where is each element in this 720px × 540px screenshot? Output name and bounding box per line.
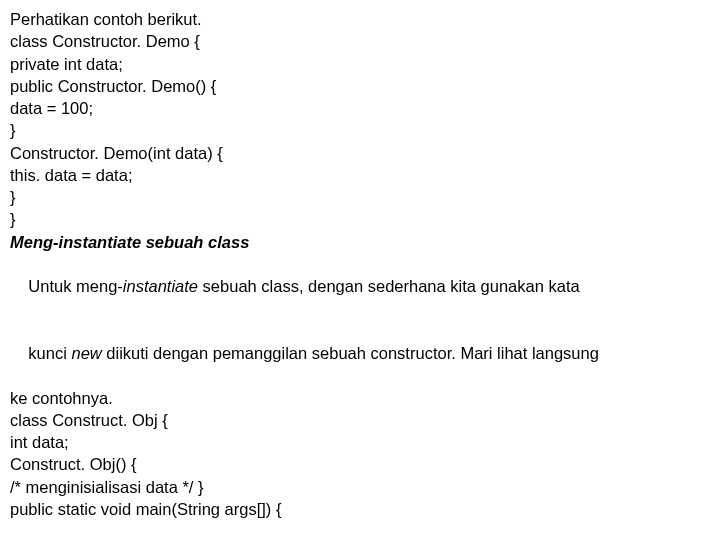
paragraph-line: Untuk meng-instantiate sebuah class, den… [10,253,710,320]
text-run: Untuk meng- [28,277,122,295]
section-heading: Meng-instantiate sebuah class [10,231,710,253]
code-line: this. data = data; [10,164,710,186]
code-line: int data; [10,431,710,453]
paragraph-line: kunci new diikuti dengan pemanggilan seb… [10,320,710,387]
document-page: Perhatikan contoh berikut. class Constru… [0,0,720,540]
code-line: Construct. Obj obj = new Construct. Obj(… [10,520,710,540]
code-line: Construct. Obj() { [10,453,710,475]
code-line: /* menginisialisasi data */ } [10,476,710,498]
code-line: private int data; [10,53,710,75]
text-line: Perhatikan contoh berikut. [10,8,710,30]
code-line: public Constructor. Demo() { [10,75,710,97]
text-run: diikuti dengan pemanggilan sebuah constr… [102,344,599,362]
code-line: Constructor. Demo(int data) { [10,142,710,164]
text-run-italic: instantiate [123,277,198,295]
code-line: } [10,119,710,141]
text-run: sebuah class, dengan sederhana kita guna… [198,277,580,295]
code-line: class Constructor. Demo { [10,30,710,52]
text-run: kunci [28,344,71,362]
paragraph-line: ke contohnya. [10,387,710,409]
code-line: public static void main(String args[]) { [10,498,710,520]
text-run-italic: new [71,344,101,362]
code-line: } [10,186,710,208]
code-line: } [10,208,710,230]
code-line: data = 100; [10,97,710,119]
code-line: class Construct. Obj { [10,409,710,431]
